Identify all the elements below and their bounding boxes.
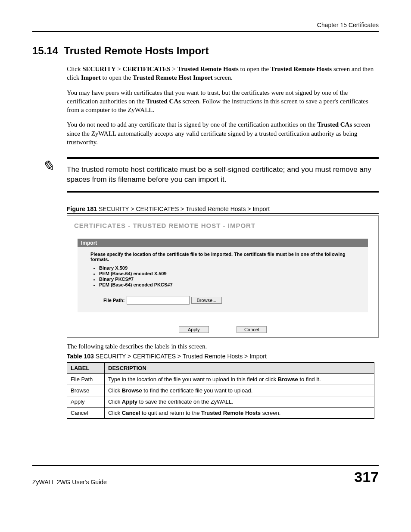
page-footer: ZyWALL 2WG User's Guide 317: [32, 465, 379, 485]
import-instruction: Please specify the location of the certi…: [90, 252, 361, 262]
import-panel: Import Please specify the location of th…: [78, 239, 368, 312]
format-item: PEM (Base-64) encoded PKCS#7: [99, 282, 361, 287]
figure-caption: Figure 181 SECURITY > CERTIFICATES > Tru…: [67, 205, 379, 214]
format-item: PEM (Base-64) encoded X.509: [99, 271, 361, 276]
file-path-input[interactable]: [127, 296, 190, 305]
document-page: Chapter 15 Certificates 15.14 Trusted Re…: [0, 0, 411, 498]
table-caption: Table 103 SECURITY > CERTIFICATES > Trus…: [67, 353, 379, 361]
table-row: File Path Type in the location of the fi…: [67, 373, 374, 385]
screenshot-title: CERTIFICATES - TRUSTED REMOTE HOST - IMP…: [67, 216, 378, 239]
description-table: LABEL DESCRIPTION File Path Type in the …: [67, 362, 374, 419]
section-heading: 15.14 Trusted Remote Hosts Import: [32, 45, 379, 57]
paragraph-3: You do not need to add any certificate t…: [67, 120, 374, 146]
embedded-screenshot: CERTIFICATES - TRUSTED REMOTE HOST - IMP…: [67, 215, 379, 338]
table-row: Apply Click Apply to save the certificat…: [67, 396, 374, 407]
paragraph-2: You may have peers with certificates tha…: [67, 88, 374, 115]
after-figure-text: The following table describes the labels…: [67, 343, 379, 350]
page-number: 317: [354, 469, 379, 485]
apply-button[interactable]: Apply: [179, 326, 209, 333]
file-path-label: File Path:: [103, 298, 125, 303]
section-number: 15.14: [32, 45, 58, 56]
paragraph-1: Click SECURITY > CERTIFICATES > Trusted …: [67, 65, 374, 82]
import-panel-body: Please specify the location of the certi…: [78, 247, 368, 308]
footer-guide-title: ZyWALL 2WG User's Guide: [32, 479, 107, 485]
body-text: Click SECURITY > CERTIFICATES > Trusted …: [67, 65, 374, 146]
import-panel-header: Import: [78, 239, 368, 247]
format-item: Binary PKCS#7: [99, 277, 361, 282]
file-path-row: File Path: Browse...: [90, 293, 361, 306]
browse-button[interactable]: Browse...: [191, 297, 222, 304]
note-text: The trusted remote host certificate must…: [67, 165, 371, 184]
format-item: Binary X.509: [99, 265, 361, 271]
note-block: ✎ The trusted remote host certificate mu…: [67, 157, 379, 193]
table-row: Cancel Click Cancel to quit and return t…: [67, 407, 374, 418]
format-list: Binary X.509 PEM (Base-64) encoded X.509…: [99, 265, 361, 287]
section-title-text: Trusted Remote Hosts Import: [64, 45, 209, 56]
cancel-button[interactable]: Cancel: [237, 326, 267, 333]
col-header-label: LABEL: [67, 362, 105, 373]
note-icon: ✎: [42, 156, 54, 176]
chapter-header: Chapter 15 Certificates: [32, 22, 379, 32]
table-row: Browse Click Browse to find the certific…: [67, 385, 374, 396]
screenshot-button-row: Apply Cancel: [67, 319, 378, 337]
col-header-description: DESCRIPTION: [105, 362, 374, 373]
